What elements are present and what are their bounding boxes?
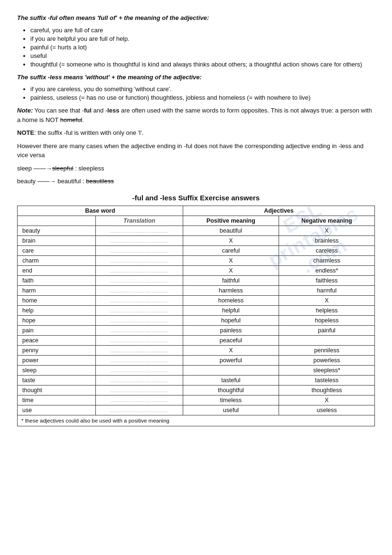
list-item: careful, you are full of care <box>30 27 375 34</box>
cell-word: taste <box>18 375 96 385</box>
cell-positive: powerful <box>183 355 279 365</box>
cell-negative: hopeless <box>279 315 374 325</box>
cell-translation: ……………………………. <box>96 365 183 375</box>
cell-negative: careless <box>279 245 374 255</box>
sub-header-negative: Negative meaning <box>279 216 374 226</box>
cell-translation: ……………………………. <box>96 226 183 235</box>
table-row: hope…………………………….hopefulhopeless <box>18 315 375 325</box>
cell-word: use <box>18 405 96 415</box>
cell-translation: ……………………………. <box>96 285 183 295</box>
sub-header-positive: Positive meaning <box>183 216 279 226</box>
heading-ful: The suffix -ful often means 'full of' + … <box>17 13 375 23</box>
section-ful: The suffix -ful often means 'full of' + … <box>17 13 375 68</box>
cell-negative: X <box>279 226 374 235</box>
list-item: if you are helpful you are full of help. <box>30 35 375 42</box>
note-bold: NOTE: the suffix -ful is written with on… <box>17 128 375 138</box>
cell-translation: ……………………………. <box>96 395 183 405</box>
table-row: sleep…………………………….sleepless* <box>18 365 375 375</box>
table-row: brain…………………………….Xbrainless <box>18 235 375 245</box>
table-row: time…………………………….timelessX <box>18 395 375 405</box>
cell-word: end <box>18 265 96 275</box>
cell-word: peace <box>18 335 96 345</box>
cell-positive <box>183 365 279 375</box>
cell-positive: careful <box>183 245 279 255</box>
table-row: end…………………………….Xendless* <box>18 265 375 275</box>
cell-negative: helpless <box>279 305 374 315</box>
cell-translation: ……………………………. <box>96 335 183 345</box>
table-row: beauty…………………………….beautifulX <box>18 226 375 235</box>
cell-word: charm <box>18 255 96 265</box>
table-body: beauty…………………………….beautifulXbrain…………………… <box>18 226 375 415</box>
table-row: thought…………………………….thoughtfulthoughtless <box>18 385 375 395</box>
cell-negative: penniless <box>279 345 374 355</box>
cell-positive: X <box>183 265 279 275</box>
cell-word: penny <box>18 345 96 355</box>
cell-negative: brainless <box>279 235 374 245</box>
table-row: peace…………………………….peaceful <box>18 335 375 345</box>
cell-negative: thoughtless <box>279 385 374 395</box>
table-row: power…………………………….powerfulpowerless <box>18 355 375 365</box>
cell-translation: ……………………………. <box>96 325 183 335</box>
cell-translation: ……………………………. <box>96 265 183 275</box>
cell-positive: helpful <box>183 305 279 315</box>
table-row: penny…………………………….Xpenniless <box>18 345 375 355</box>
table-section: -ful and -less Suffix Exercise answers B… <box>17 194 375 426</box>
cell-positive: beautiful <box>183 226 279 235</box>
list-item: if you are careless, you do something 'w… <box>30 85 375 93</box>
cell-positive: X <box>183 345 279 355</box>
cell-negative: tasteless <box>279 375 374 385</box>
cell-translation: ……………………………. <box>96 255 183 265</box>
cell-negative: faithless <box>279 275 374 285</box>
cell-word: faith <box>18 275 96 285</box>
list-item: painful (= hurts a lot) <box>30 44 375 51</box>
cell-word: time <box>18 395 96 405</box>
cell-positive: painless <box>183 325 279 335</box>
cell-positive: timeless <box>183 395 279 405</box>
sub-header-word <box>18 216 96 226</box>
cell-negative: painful <box>279 325 374 335</box>
cell-word: thought <box>18 385 96 395</box>
table-title: -ful and -less Suffix Exercise answers <box>17 194 375 202</box>
list-item: thoughtful (= someone who is thoughtful … <box>30 61 375 68</box>
cell-translation: ……………………………. <box>96 355 183 365</box>
cell-positive: X <box>183 255 279 265</box>
cell-positive: homeless <box>183 295 279 305</box>
cell-word: help <box>18 305 96 315</box>
table-row: charm…………………………….Xcharmless <box>18 255 375 265</box>
table-row: help…………………………….helpfulhelpless <box>18 305 375 315</box>
table-row: taste…………………………….tastefultasteless <box>18 375 375 385</box>
cell-positive: X <box>183 235 279 245</box>
heading-less: The suffix -less means 'without' + the m… <box>17 73 375 82</box>
cell-positive: tasteful <box>183 375 279 385</box>
cell-negative: X <box>279 395 374 405</box>
cell-translation: ……………………………. <box>96 305 183 315</box>
cell-word: power <box>18 355 96 365</box>
cell-word: beauty <box>18 226 96 235</box>
cell-word: sleep <box>18 365 96 375</box>
cell-negative: powerless <box>279 355 374 365</box>
cell-translation: ……………………………. <box>96 385 183 395</box>
cell-negative: charmless <box>279 255 374 265</box>
cell-translation: ……………………………. <box>96 295 183 305</box>
cell-negative: useless <box>279 405 374 415</box>
cell-negative: endless* <box>279 265 374 275</box>
cell-translation: ……………………………. <box>96 275 183 285</box>
col-header-adj: Adjectives <box>183 206 374 216</box>
cell-word: care <box>18 245 96 255</box>
bullets-less: if you are careless, you do something 'w… <box>30 85 375 101</box>
note-however: However there are many cases when the ad… <box>17 141 375 186</box>
cell-translation: ……………………………. <box>96 315 183 325</box>
table-row: home…………………………….homelessX <box>18 295 375 305</box>
cell-negative: X <box>279 295 374 305</box>
cell-positive: harmless <box>183 285 279 295</box>
cell-positive: useful <box>183 405 279 415</box>
cell-positive: thoughtful <box>183 385 279 395</box>
suffix-table: Base word Adjectives Translation Positiv… <box>17 206 375 426</box>
table-row: care…………………………….carefulcareless <box>18 245 375 255</box>
cell-word: home <box>18 295 96 305</box>
cell-negative: harmful <box>279 285 374 295</box>
cell-translation: ……………………………. <box>96 375 183 385</box>
list-item: painless, useless (= has no use or funct… <box>30 94 375 101</box>
sub-header-translation: Translation <box>96 216 183 226</box>
cell-negative <box>279 335 374 345</box>
